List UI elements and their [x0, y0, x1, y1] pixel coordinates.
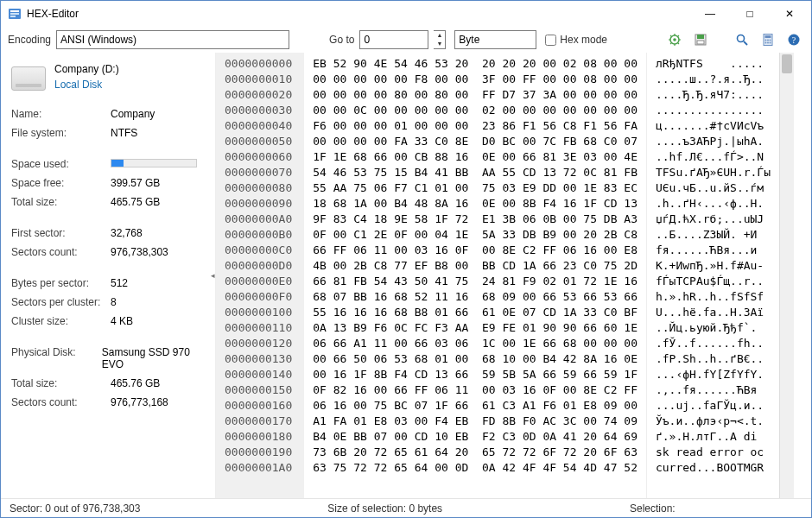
vertical-scrollbar[interactable] [779, 53, 794, 498]
app-icon [8, 7, 22, 21]
svg-text:?: ? [792, 35, 796, 45]
goto-label: Go to [329, 34, 354, 46]
ascii-column[interactable]: лRђNTFS ..... .....ш..?.я..Ђ.. ....Ђ.Ђ.я… [646, 53, 779, 498]
settings-gear-icon[interactable] [664, 29, 685, 50]
hexmode-checkbox[interactable] [545, 35, 556, 46]
main-area: Company (D:) Local Disk Name:CompanyFile… [1, 53, 811, 498]
status-selection: Selection: [630, 502, 802, 515]
svg-rect-12 [765, 35, 771, 38]
svg-point-13 [765, 40, 767, 41]
svg-point-16 [765, 42, 767, 44]
maximize-button[interactable]: □ [730, 1, 770, 27]
svg-point-14 [767, 40, 769, 41]
hex-viewer: 0000000000 0000000010 0000000020 0000000… [215, 53, 811, 498]
goto-input[interactable] [359, 30, 428, 49]
svg-rect-7 [697, 35, 704, 39]
hexmode-toggle[interactable]: Hex mode [545, 34, 607, 46]
sidebar: Company (D:) Local Disk Name:CompanyFile… [1, 53, 215, 498]
svg-line-10 [744, 41, 747, 45]
goto-unit-select[interactable]: Byte [454, 30, 536, 49]
calculator-icon[interactable] [758, 29, 778, 50]
svg-rect-3 [10, 16, 16, 17]
svg-rect-8 [697, 41, 704, 44]
disk-type-link[interactable]: Local Disk [54, 79, 119, 91]
svg-point-15 [770, 40, 771, 41]
help-icon[interactable]: ? [783, 29, 804, 50]
status-sector: Sector: 0 out of 976,738,303 [10, 502, 140, 515]
offset-column: 0000000000 0000000010 0000000020 0000000… [216, 53, 304, 498]
statusbar: Sector: 0 out of 976,738,303 Size of sel… [1, 498, 811, 517]
close-button[interactable]: ✕ [770, 1, 809, 27]
svg-rect-1 [10, 10, 19, 12]
status-selection-size: Size of selection: 0 bytes [327, 502, 442, 515]
space-used-bar [111, 159, 197, 167]
toolbar: Encoding ANSI (Windows) Go to ▲▼ Byte He… [1, 27, 811, 53]
disk-name: Company (D:) [54, 63, 119, 75]
save-disk-icon[interactable] [690, 29, 711, 50]
hex-column[interactable]: EB 52 90 4E 54 46 53 20 20 20 20 00 02 0… [304, 53, 646, 498]
svg-point-9 [738, 35, 745, 42]
svg-point-18 [770, 42, 771, 44]
goto-spinner[interactable]: ▲▼ [434, 30, 446, 49]
minimize-button[interactable]: — [690, 1, 730, 27]
svg-rect-2 [10, 13, 19, 15]
encoding-label: Encoding [8, 34, 51, 46]
search-icon[interactable] [732, 29, 752, 50]
window-title: HEX-Editor [27, 8, 690, 20]
sidebar-collapse-handle[interactable]: ◂ [209, 258, 215, 293]
titlebar: HEX-Editor — □ ✕ [1, 1, 811, 27]
svg-point-5 [673, 38, 676, 41]
encoding-select[interactable]: ANSI (Windows) [56, 30, 289, 49]
svg-point-17 [767, 42, 769, 44]
disk-icon [11, 66, 46, 91]
